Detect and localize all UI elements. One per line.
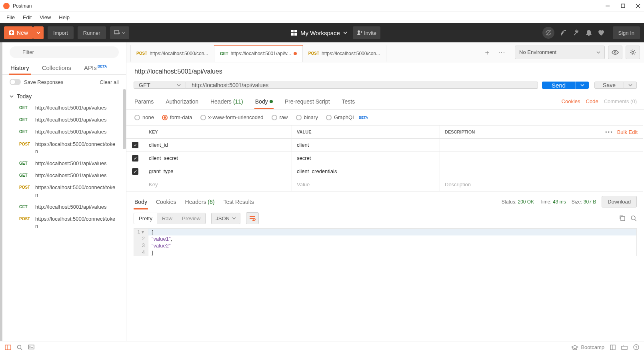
sidebar-toggle-button[interactable]: [5, 345, 11, 350]
environment-selector[interactable]: No Environment: [515, 46, 605, 59]
tab-history[interactable]: History: [9, 61, 31, 74]
save-button-caret[interactable]: [624, 82, 637, 89]
minimize-button[interactable]: [605, 3, 610, 9]
row-checkbox[interactable]: ✓: [132, 168, 138, 175]
menu-edit[interactable]: Edit: [19, 13, 36, 22]
tab-collections[interactable]: Collections: [40, 61, 73, 74]
key-cell[interactable]: client_secret: [144, 152, 292, 165]
code-link[interactable]: Code: [586, 98, 598, 104]
history-item[interactable]: GEThttp://localhost:5001/api/values: [2, 114, 126, 126]
tab-headers[interactable]: Headers (11): [210, 94, 244, 109]
view-preview[interactable]: Preview: [177, 213, 205, 224]
resp-tab-testresults[interactable]: Test Results: [222, 195, 254, 209]
value-cell[interactable]: secret: [292, 152, 440, 165]
row-checkbox[interactable]: ✓: [132, 142, 138, 148]
description-cell[interactable]: [440, 152, 643, 165]
body-none[interactable]: none: [134, 114, 154, 120]
tab-authorization[interactable]: Authorization: [165, 94, 199, 109]
search-response-button[interactable]: [630, 215, 637, 221]
history-group-header[interactable]: Today: [2, 91, 126, 102]
history-list[interactable]: Today GEThttp://localhost:5001/api/value…: [2, 89, 126, 341]
send-button[interactable]: Send: [542, 82, 575, 89]
download-button[interactable]: Download: [602, 196, 637, 207]
keyboard-button[interactable]: [621, 345, 628, 350]
url-input[interactable]: [186, 82, 538, 89]
filter-input[interactable]: [10, 46, 119, 58]
close-button[interactable]: [635, 3, 641, 9]
tab-params[interactable]: Params: [134, 94, 154, 109]
response-body[interactable]: 1▼[2 "value1",3 "value2"4]: [134, 228, 637, 256]
key-input[interactable]: Key: [144, 178, 292, 191]
history-item[interactable]: GEThttp://localhost:5001/api/values: [2, 201, 126, 213]
new-window-button[interactable]: [110, 26, 129, 39]
view-pretty[interactable]: Pretty: [134, 213, 157, 224]
comments-link[interactable]: Comments (0): [604, 98, 637, 104]
history-item[interactable]: GEThttp://localhost:5001/api/values: [2, 158, 126, 170]
history-item[interactable]: GEThttp://localhost:5001/api/values: [2, 102, 126, 114]
table-row[interactable]: ✓ client_secret secret: [126, 152, 643, 165]
new-button-caret[interactable]: [33, 26, 44, 39]
workspace-selector[interactable]: My Workspace: [291, 30, 347, 36]
value-input[interactable]: Value: [292, 178, 440, 191]
import-button[interactable]: Import: [48, 26, 74, 39]
description-cell[interactable]: [440, 139, 643, 152]
send-button-caret[interactable]: [575, 82, 589, 89]
clear-all-link[interactable]: Clear all: [100, 79, 119, 85]
runner-button[interactable]: Runner: [78, 26, 106, 39]
body-urlencoded[interactable]: x-www-form-urlencoded: [200, 114, 264, 120]
table-row-new[interactable]: Key Value Description: [126, 178, 643, 191]
body-binary[interactable]: binary: [296, 114, 318, 120]
tab-tests[interactable]: Tests: [341, 94, 356, 109]
bell-button[interactable]: [586, 29, 592, 36]
history-item[interactable]: GEThttp://localhost:5001/api/values: [2, 170, 126, 181]
find-button[interactable]: [17, 345, 22, 350]
cookies-link[interactable]: Cookies: [562, 98, 580, 104]
history-item[interactable]: POSThttps://localhost:5000/connect/token: [2, 213, 126, 232]
body-raw[interactable]: raw: [272, 114, 288, 120]
console-button[interactable]: [28, 345, 34, 350]
table-row[interactable]: ✓ grant_type client_credentials: [126, 165, 643, 178]
copy-button[interactable]: [619, 215, 626, 221]
signin-button[interactable]: Sign In: [613, 26, 640, 39]
body-formdata[interactable]: form-data: [162, 114, 192, 120]
table-row[interactable]: ✓ client_id client: [126, 139, 643, 152]
menu-file[interactable]: File: [2, 13, 19, 22]
key-cell[interactable]: client_id: [144, 139, 292, 152]
description-input[interactable]: Description: [440, 178, 643, 191]
save-button[interactable]: Save: [594, 82, 624, 89]
wrench-button[interactable]: [573, 29, 580, 36]
satellite-button[interactable]: [560, 29, 567, 36]
resp-tab-cookies[interactable]: Cookies: [155, 195, 177, 209]
environment-settings-button[interactable]: [626, 46, 640, 59]
request-tab[interactable]: GEThttps://localhost:5001/api/v...: [214, 45, 303, 62]
bootcamp-button[interactable]: Bootcamp: [571, 344, 604, 350]
invite-button[interactable]: Invite: [353, 26, 380, 39]
tab-prerequest[interactable]: Pre-request Script: [284, 94, 331, 109]
bulk-edit-link[interactable]: Bulk Edit: [617, 129, 638, 135]
help-button[interactable]: ?: [633, 344, 639, 350]
sync-off-button[interactable]: [542, 27, 554, 39]
value-cell[interactable]: client: [292, 139, 440, 152]
tab-body[interactable]: Body: [254, 94, 274, 109]
format-selector[interactable]: JSON: [211, 213, 240, 224]
maximize-button[interactable]: [620, 3, 626, 9]
history-item[interactable]: GEThttp://localhost:5001/api/values: [2, 126, 126, 138]
new-tab-button[interactable]: ＋: [481, 46, 493, 58]
method-selector[interactable]: GET: [134, 82, 186, 89]
save-responses-toggle[interactable]: [10, 79, 21, 85]
menu-help[interactable]: Help: [55, 13, 74, 22]
key-cell[interactable]: grant_type: [144, 165, 292, 178]
tab-apis[interactable]: APIsBETA: [82, 61, 109, 74]
menu-view[interactable]: View: [36, 13, 55, 22]
value-cell[interactable]: client_credentials: [292, 165, 440, 178]
more-menu-button[interactable]: •••: [605, 129, 613, 135]
body-graphql[interactable]: GraphQLBETA: [326, 114, 368, 120]
wrap-toggle[interactable]: [246, 212, 259, 224]
tab-menu-button[interactable]: ⋯: [496, 46, 508, 58]
description-cell[interactable]: [440, 165, 643, 178]
history-item[interactable]: POSThttps://localhost:5000/connect/token: [2, 181, 126, 201]
layout-button[interactable]: [610, 345, 616, 350]
resp-tab-headers[interactable]: Headers (6): [184, 195, 216, 209]
environment-quicklook-button[interactable]: [608, 46, 622, 59]
view-raw[interactable]: Raw: [157, 213, 177, 224]
